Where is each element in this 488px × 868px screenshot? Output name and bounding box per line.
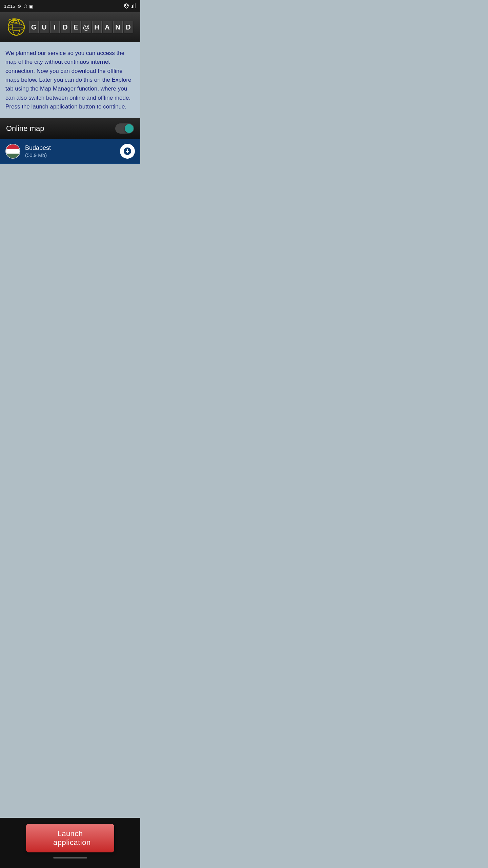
letter-at: @ (82, 21, 91, 33)
budapest-flag (5, 144, 20, 159)
letter-d: D (61, 21, 70, 33)
online-map-toggle[interactable] (115, 123, 134, 134)
globe-icon (7, 18, 25, 36)
online-map-section: Online map (0, 118, 140, 139)
letter-e: E (71, 21, 81, 33)
letter-g: G (29, 21, 39, 33)
letter-d2: D (124, 21, 133, 33)
toggle-track (115, 123, 134, 134)
download-icon (123, 147, 131, 155)
city-info: Budapest (50.9 Mb) (25, 144, 115, 158)
status-right (124, 3, 136, 9)
sim-icon: ▣ (29, 4, 33, 9)
letter-n: N (113, 21, 123, 33)
description-text: We planned our service so you can access… (5, 49, 135, 111)
flag-red-stripe (6, 144, 20, 149)
bottom-bar: Launch application (0, 818, 140, 868)
status-left: 12:15 ⚙ ⬡ ▣ (4, 4, 33, 9)
letter-a: A (103, 21, 112, 33)
flag-white-stripe (6, 149, 20, 154)
launch-application-button[interactable]: Launch application (26, 824, 114, 852)
city-size: (50.9 Mb) (25, 152, 115, 158)
app-name-tiles: G U I D E @ H A N D (29, 21, 133, 33)
nav-indicator (53, 857, 87, 859)
city-name: Budapest (25, 144, 115, 152)
status-bar: 12:15 ⚙ ⬡ ▣ (0, 0, 140, 12)
layered-icon: ⬡ (23, 4, 27, 9)
toggle-thumb (125, 124, 134, 133)
letter-u: U (40, 21, 49, 33)
city-list: Budapest (50.9 Mb) (0, 139, 140, 164)
letter-h: H (92, 21, 102, 33)
time-display: 12:15 (4, 4, 15, 9)
svg-point-0 (125, 4, 127, 6)
flag-green-stripe (6, 154, 20, 158)
main-content-area (0, 164, 140, 818)
download-button[interactable] (120, 144, 135, 159)
app-header: G U I D E @ H A N D (0, 12, 140, 42)
location-icon (124, 3, 129, 9)
hungary-flag-icon (6, 144, 20, 158)
online-map-label: Online map (6, 124, 44, 133)
description-section: We planned our service so you can access… (0, 42, 140, 118)
settings-icon: ⚙ (17, 4, 21, 9)
letter-i: I (50, 21, 60, 33)
list-item: Budapest (50.9 Mb) (0, 139, 140, 164)
signal-icon (131, 3, 136, 9)
